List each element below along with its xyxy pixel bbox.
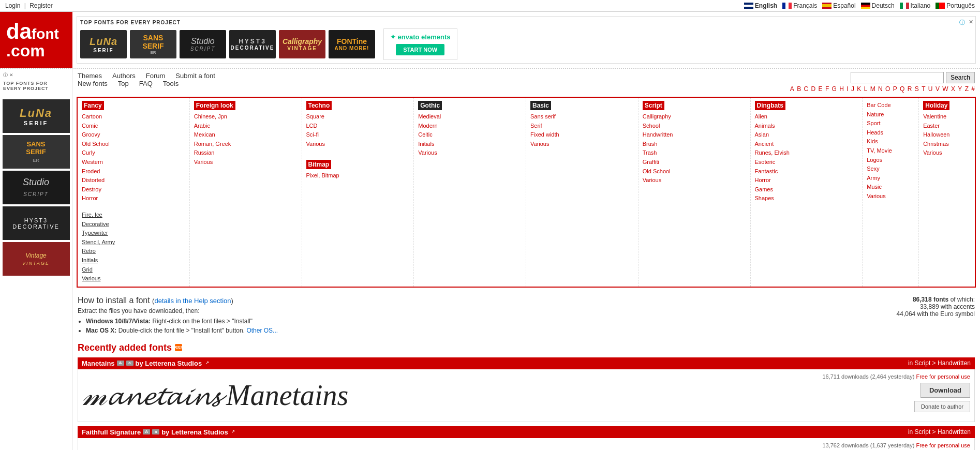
cat-fancy-distorted[interactable]: Distorted: [82, 176, 185, 185]
cat-dingbats-title[interactable]: Dingbats: [755, 101, 785, 110]
cat-foreign-russian[interactable]: Russian: [194, 148, 298, 158]
nav-tools[interactable]: Tools: [163, 80, 179, 87]
alpha-b[interactable]: B: [797, 85, 801, 93]
nav-new-fonts[interactable]: New fonts: [78, 80, 108, 87]
cat-dingbats-runes[interactable]: Runes, Elvish: [755, 148, 858, 158]
ad-vintage-thumb[interactable]: CalligraphyVINTAGE: [279, 30, 325, 58]
alpha-q[interactable]: Q: [900, 85, 904, 93]
ad-sans-thumb[interactable]: SANSSERIFER: [130, 30, 176, 58]
cat-various-army[interactable]: Army: [867, 174, 914, 183]
alpha-w[interactable]: W: [942, 85, 948, 93]
nav-top[interactable]: Top: [118, 80, 129, 87]
cat-fancy-curly[interactable]: Curly: [82, 148, 185, 158]
alpha-m[interactable]: M: [870, 85, 875, 93]
cat-fancy-destroy[interactable]: Destroy: [82, 185, 185, 194]
cat-gothic-medieval[interactable]: Medieval: [418, 112, 522, 122]
lang-spanish[interactable]: Español: [822, 2, 855, 9]
cat-gothic-celtic[interactable]: Celtic: [418, 130, 522, 140]
cat-script-various[interactable]: Various: [643, 176, 746, 185]
cat-basic-fixed[interactable]: Fixed width: [530, 130, 634, 140]
cat-holiday-halloween[interactable]: Halloween: [923, 130, 971, 140]
cat-various-logos[interactable]: Logos: [867, 156, 914, 165]
cat-basic-various[interactable]: Various: [530, 140, 634, 149]
ext-link-icon-2[interactable]: ↗: [230, 429, 236, 435]
alpha-k[interactable]: K: [857, 85, 861, 93]
lang-german[interactable]: Deutsch: [861, 2, 895, 9]
cat-dingbats-alien[interactable]: Alien: [755, 112, 858, 122]
cat-holiday-valentine[interactable]: Valentine: [923, 112, 971, 122]
cat-fancy-retro[interactable]: Retro: [82, 247, 185, 256]
nav-authors[interactable]: Authors: [112, 72, 136, 80]
ad-serif-thumb[interactable]: LuNaSERIF: [80, 30, 127, 58]
alpha-p[interactable]: P: [893, 85, 897, 93]
alpha-f[interactable]: F: [825, 85, 829, 93]
ext-link-icon[interactable]: ↗: [204, 360, 210, 366]
search-button[interactable]: Search: [946, 72, 975, 83]
cat-dingbats-ancient[interactable]: Ancient: [755, 140, 858, 149]
lang-english[interactable]: English: [744, 2, 777, 9]
cat-dingbats-esoteric[interactable]: Esoteric: [755, 158, 858, 167]
alpha-j[interactable]: J: [851, 85, 854, 93]
cat-script-school[interactable]: School: [643, 122, 746, 131]
cat-techno-various[interactable]: Various: [306, 140, 410, 149]
cat-fancy-title[interactable]: Fancy: [82, 101, 104, 110]
alpha-c[interactable]: C: [804, 85, 809, 93]
cat-bitmap-pixel[interactable]: Pixel, Bitmap: [306, 171, 410, 181]
cat-script-calligraphy[interactable]: Calligraphy: [643, 112, 746, 122]
cat-techno-square[interactable]: Square: [306, 112, 410, 122]
cat-various-various[interactable]: Various: [867, 192, 914, 201]
lang-french[interactable]: Français: [782, 2, 817, 9]
cat-script-title[interactable]: Script: [643, 101, 664, 110]
other-os-link[interactable]: Other OS...: [246, 327, 278, 334]
cat-dingbats-asian[interactable]: Asian: [755, 130, 858, 140]
alpha-i[interactable]: I: [847, 85, 848, 93]
cat-fancy-decorative[interactable]: Decorative: [82, 220, 185, 229]
cat-script-oldschool[interactable]: Old School: [643, 167, 746, 176]
cat-dingbats-shapes[interactable]: Shapes: [755, 194, 858, 203]
cat-dingbats-horror[interactable]: Horror: [755, 176, 858, 185]
lang-italian[interactable]: Italiano: [900, 2, 931, 9]
cat-dingbats-fantastic[interactable]: Fantastic: [755, 167, 858, 176]
ad-info-icon[interactable]: ⓘ: [959, 19, 965, 26]
cat-fancy-eroded[interactable]: Eroded: [82, 167, 185, 176]
cat-foreign-arabic[interactable]: Arabic: [194, 122, 298, 131]
cat-gothic-various[interactable]: Various: [418, 148, 522, 158]
download-button-manetains[interactable]: Download: [920, 383, 970, 398]
nav-faq[interactable]: FAQ: [139, 80, 153, 87]
register-link[interactable]: Register: [29, 2, 53, 9]
rss-icon[interactable]: RSS: [175, 344, 182, 351]
alpha-a[interactable]: A: [790, 85, 794, 93]
alpha-n[interactable]: N: [878, 85, 883, 93]
cat-various-music[interactable]: Music: [867, 183, 914, 192]
cat-various-nature[interactable]: Nature: [867, 110, 914, 119]
alpha-t[interactable]: T: [922, 85, 925, 93]
cat-foreign-mexican[interactable]: Mexican: [194, 130, 298, 140]
cat-fancy-oldschool[interactable]: Old School: [82, 140, 185, 149]
cat-various-heads[interactable]: Heads: [867, 128, 914, 138]
lang-portuguese[interactable]: Português: [936, 2, 975, 9]
cat-techno-scifi[interactable]: Sci-fi: [306, 130, 410, 140]
nav-forum[interactable]: Forum: [146, 72, 166, 80]
cat-script-handwritten[interactable]: Handwritten: [643, 130, 746, 140]
help-link[interactable]: details in the Help section: [154, 297, 231, 305]
cat-fancy-comic[interactable]: Comic: [82, 122, 185, 131]
font-name-link-faithfull[interactable]: Faithfull Signature: [82, 428, 141, 436]
login-link[interactable]: Login: [5, 2, 20, 9]
cat-techno-title[interactable]: Techno: [306, 101, 332, 110]
cat-gothic-title[interactable]: Gothic: [418, 101, 442, 110]
cat-foreign-various[interactable]: Various: [194, 158, 298, 167]
alpha-e[interactable]: E: [819, 85, 823, 93]
sidebar-decorative-item[interactable]: HYST3DECORATIVE: [3, 206, 70, 240]
alpha-x[interactable]: X: [951, 85, 955, 93]
cat-fancy-horror[interactable]: Horror: [82, 194, 185, 203]
alpha-s[interactable]: S: [915, 85, 919, 93]
cat-various-sport[interactable]: Sport: [867, 119, 914, 128]
alpha-z[interactable]: Z: [965, 85, 969, 93]
cat-dingbats-games[interactable]: Games: [755, 185, 858, 194]
nav-themes[interactable]: Themes: [78, 72, 102, 80]
logo[interactable]: dafont .com: [0, 12, 72, 68]
cat-fancy-cartoon[interactable]: Cartoon: [82, 112, 185, 122]
alpha-o[interactable]: O: [885, 85, 890, 93]
sidebar-sans-item[interactable]: SANSSERIFER: [3, 135, 70, 169]
nav-submit[interactable]: Submit a font: [175, 72, 215, 80]
